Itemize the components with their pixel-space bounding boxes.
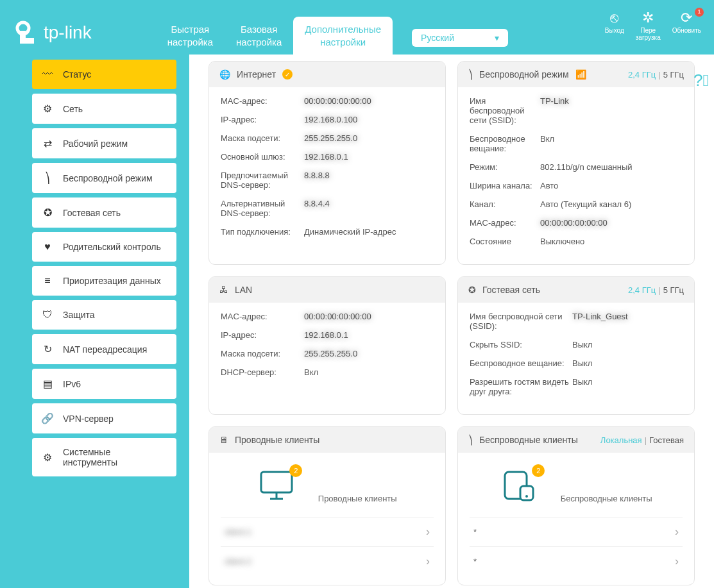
sidebar-item-opmode[interactable]: ⇄Рабочий режим: [32, 128, 176, 158]
vpn-icon: 🔗: [41, 412, 54, 424]
wired-clients-graphic: 2: [257, 468, 296, 501]
status-ok-icon: ✓: [282, 69, 293, 80]
wl-mac-label: MAC-адрес:: [470, 218, 540, 228]
freq-5-tab[interactable]: 5 ГГц: [663, 70, 684, 80]
wireless-client-row[interactable]: *›: [470, 546, 683, 576]
reboot-icon: ✲: [636, 10, 661, 26]
reboot-button[interactable]: ✲ Пере загрузка: [636, 10, 661, 41]
sidebar-item-guest[interactable]: ✪Гостевая сеть: [32, 197, 176, 228]
internet-mask-value: 255.255.255.0: [304, 133, 434, 143]
update-badge: 1: [695, 8, 704, 17]
card-guest: ✪ Гостевая сеть 2,4 ГГц|5 ГГц Имя беспро…: [457, 276, 695, 415]
internet-type-value: Динамический IP-адрес: [304, 227, 434, 237]
sidebar-item-vpn[interactable]: 🔗VPN-сервер: [32, 403, 176, 433]
sidebar-item-security[interactable]: 🛡Защита: [32, 300, 176, 330]
card-wired-clients: 🖥 Проводные клиенты 2 Проводные клиенты …: [208, 426, 446, 585]
globe-icon: 🌐: [219, 69, 230, 80]
network-icon: ⚙: [41, 103, 54, 115]
wired-client-row[interactable]: client-1›: [221, 517, 434, 546]
chevron-down-icon: ▾: [495, 33, 499, 43]
wl-mac-value: 00:00:00:00:00:00: [540, 218, 683, 228]
lan-icon: 🖧: [219, 285, 228, 295]
internet-mac-label: MAC-адрес:: [221, 96, 304, 106]
chevron-right-icon: ›: [426, 555, 430, 568]
internet-ip-value: 192.168.0.100: [304, 115, 434, 124]
wl-chan-label: Канал:: [470, 199, 540, 209]
guest-hide-label: Скрыть SSID:: [470, 340, 572, 349]
guest-freq-24-tab[interactable]: 2,4 ГГц: [628, 285, 656, 295]
sidebar-item-status[interactable]: 〰Статус: [32, 60, 176, 89]
guest-icon: ✪: [468, 285, 476, 295]
tab-quick-setup[interactable]: Быстрая настройка: [156, 17, 225, 55]
freq-24-tab[interactable]: 2,4 ГГц: [628, 70, 656, 80]
guest-ssid-value: TP-Link_Guest: [572, 312, 683, 321]
guest-freq-5-tab[interactable]: 5 ГГц: [663, 285, 684, 295]
wl-width-label: Ширина канала:: [470, 181, 540, 190]
qos-icon: ≡: [41, 275, 54, 287]
pulse-icon: 〰: [41, 69, 54, 80]
logout-button[interactable]: ⎋ Выход: [605, 10, 624, 41]
wired-clients-label: Проводные клиенты: [318, 494, 397, 503]
monitor-icon: 🖥: [219, 435, 228, 445]
tab-basic-setup[interactable]: Базовая настройка: [225, 17, 293, 55]
sidebar-item-ipv6[interactable]: ▤IPv6: [32, 369, 176, 399]
sidebar: 〰Статус ⚙Сеть ⇄Рабочий режим ⎞Беспроводн…: [32, 60, 176, 588]
guest-radio-label: Беспроводное вещание:: [470, 358, 572, 368]
lan-mac-label: MAC-адрес:: [221, 312, 304, 321]
language-select[interactable]: Русский ▾: [412, 29, 508, 47]
card-wireless: ⎞ Беспроводной режим 📶 2,4 ГГц|5 ГГц Имя…: [457, 61, 695, 265]
guest-see-label: Разрешить гостям видеть друг друга:: [470, 377, 572, 396]
lan-dhcp-label: DHCP-сервер:: [221, 367, 304, 377]
help-button[interactable]: ?⃝: [693, 71, 709, 90]
svg-point-8: [525, 495, 528, 498]
shield-icon: 🛡: [41, 309, 54, 321]
sidebar-item-network[interactable]: ⚙Сеть: [32, 94, 176, 124]
chevron-right-icon: ›: [675, 555, 679, 568]
guest-see-value: Выкл: [572, 377, 683, 387]
sidebar-item-system[interactable]: ⚙Системные инструменты: [32, 438, 176, 476]
wifi-icon: ⎞: [468, 435, 473, 445]
wl-ssid-value: TP-Link: [540, 96, 683, 106]
internet-dns1-value: 8.8.8.8: [304, 171, 434, 180]
wlclients-guest-tab[interactable]: Гостевая: [649, 435, 684, 445]
wl-mode-label: Режим:: [470, 162, 540, 172]
content-area: ?⃝ 🌐 Интернет ✓ MAC-адрес:00:00:00:00:00…: [189, 55, 714, 588]
wlclients-local-tab[interactable]: Локальная: [600, 435, 642, 445]
sidebar-item-wireless[interactable]: ⎞Беспроводной режим: [32, 163, 176, 193]
lan-ip-label: IP-адрес:: [221, 330, 304, 340]
wired-clients-count: 2: [289, 464, 302, 477]
wl-chan-value: Авто (Текущий канал 6): [540, 199, 683, 209]
wifi-icon: ⎞: [468, 69, 473, 80]
internet-gw-label: Основной шлюз:: [221, 152, 304, 162]
ipv6-icon: ▤: [41, 378, 54, 390]
parental-icon: ♥: [41, 241, 54, 253]
sidebar-item-nat[interactable]: ↻NAT переадресация: [32, 334, 176, 364]
wired-client-row[interactable]: client-2›: [221, 546, 434, 576]
internet-mask-label: Маска подсети:: [221, 133, 304, 143]
internet-mac-value: 00:00:00:00:00:00: [304, 96, 434, 106]
tab-advanced-setup[interactable]: Дополнительные настройки: [293, 17, 393, 55]
swap-icon: ⇄: [41, 137, 54, 149]
sidebar-item-qos[interactable]: ≡Приоритезация данных: [32, 266, 176, 296]
wifi-icon: ⎞: [41, 172, 54, 184]
lan-dhcp-value: Вкл: [304, 367, 434, 377]
sidebar-item-parental[interactable]: ♥Родительский контроль: [32, 232, 176, 262]
internet-gw-value: 192.168.0.1: [304, 152, 434, 162]
wireless-client-row[interactable]: *›: [470, 517, 683, 546]
svg-rect-2: [20, 38, 34, 44]
nat-icon: ↻: [41, 343, 54, 355]
card-wireless-clients: ⎞ Беспроводные клиенты Локальная|Гостева…: [457, 426, 695, 585]
lan-mask-value: 255.255.255.0: [304, 349, 434, 358]
guest-icon: ✪: [41, 206, 54, 219]
wl-state-value: Выключено: [540, 237, 683, 246]
wl-state-label: Состояние: [470, 237, 540, 246]
internet-dns1-label: Предпочитаемый DNS-сервер:: [221, 171, 304, 190]
internet-ip-label: IP-адрес:: [221, 115, 304, 124]
logout-icon: ⎋: [605, 10, 624, 26]
internet-dns2-value: 8.8.4.4: [304, 199, 434, 208]
update-button[interactable]: 1 ⟳ Обновить: [672, 10, 701, 41]
internet-dns2-label: Альтернативный DNS-сервер:: [221, 199, 304, 218]
guest-hide-value: Выкл: [572, 340, 683, 349]
chevron-right-icon: ›: [675, 525, 679, 539]
wl-radio-label: Беспроводное вещание:: [470, 134, 540, 153]
